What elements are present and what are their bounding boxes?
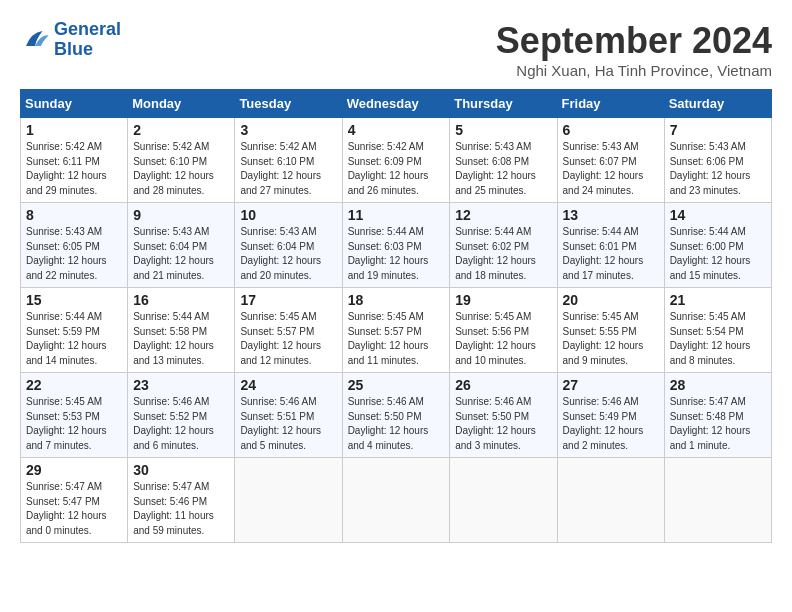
calendar-cell [342, 458, 450, 543]
header-saturday: Saturday [664, 90, 771, 118]
day-number: 5 [455, 122, 551, 138]
calendar-cell: 19 Sunrise: 5:45 AM Sunset: 5:56 PM Dayl… [450, 288, 557, 373]
calendar-cell: 20 Sunrise: 5:45 AM Sunset: 5:55 PM Dayl… [557, 288, 664, 373]
day-info: Sunrise: 5:42 AM Sunset: 6:09 PM Dayligh… [348, 140, 445, 198]
day-number: 14 [670, 207, 766, 223]
header-sunday: Sunday [21, 90, 128, 118]
day-number: 25 [348, 377, 445, 393]
day-info: Sunrise: 5:46 AM Sunset: 5:49 PM Dayligh… [563, 395, 659, 453]
day-number: 13 [563, 207, 659, 223]
day-info: Sunrise: 5:42 AM Sunset: 6:10 PM Dayligh… [133, 140, 229, 198]
calendar-cell [450, 458, 557, 543]
calendar-cell: 25 Sunrise: 5:46 AM Sunset: 5:50 PM Dayl… [342, 373, 450, 458]
header-wednesday: Wednesday [342, 90, 450, 118]
calendar-header-row: Sunday Monday Tuesday Wednesday Thursday… [21, 90, 772, 118]
day-info: Sunrise: 5:46 AM Sunset: 5:50 PM Dayligh… [455, 395, 551, 453]
day-number: 3 [240, 122, 336, 138]
calendar-cell: 5 Sunrise: 5:43 AM Sunset: 6:08 PM Dayli… [450, 118, 557, 203]
day-number: 6 [563, 122, 659, 138]
day-info: Sunrise: 5:44 AM Sunset: 6:02 PM Dayligh… [455, 225, 551, 283]
calendar-cell: 8 Sunrise: 5:43 AM Sunset: 6:05 PM Dayli… [21, 203, 128, 288]
day-info: Sunrise: 5:42 AM Sunset: 6:10 PM Dayligh… [240, 140, 336, 198]
day-info: Sunrise: 5:43 AM Sunset: 6:04 PM Dayligh… [133, 225, 229, 283]
calendar-cell [557, 458, 664, 543]
calendar-cell: 28 Sunrise: 5:47 AM Sunset: 5:48 PM Dayl… [664, 373, 771, 458]
calendar-week-row: 15 Sunrise: 5:44 AM Sunset: 5:59 PM Dayl… [21, 288, 772, 373]
calendar-cell: 29 Sunrise: 5:47 AM Sunset: 5:47 PM Dayl… [21, 458, 128, 543]
header-friday: Friday [557, 90, 664, 118]
day-number: 29 [26, 462, 122, 478]
calendar-week-row: 29 Sunrise: 5:47 AM Sunset: 5:47 PM Dayl… [21, 458, 772, 543]
day-info: Sunrise: 5:47 AM Sunset: 5:48 PM Dayligh… [670, 395, 766, 453]
day-number: 21 [670, 292, 766, 308]
calendar-table: Sunday Monday Tuesday Wednesday Thursday… [20, 89, 772, 543]
calendar-week-row: 22 Sunrise: 5:45 AM Sunset: 5:53 PM Dayl… [21, 373, 772, 458]
day-number: 20 [563, 292, 659, 308]
header-thursday: Thursday [450, 90, 557, 118]
day-number: 18 [348, 292, 445, 308]
day-number: 8 [26, 207, 122, 223]
calendar-cell: 13 Sunrise: 5:44 AM Sunset: 6:01 PM Dayl… [557, 203, 664, 288]
day-info: Sunrise: 5:43 AM Sunset: 6:06 PM Dayligh… [670, 140, 766, 198]
calendar-cell [235, 458, 342, 543]
calendar-cell: 23 Sunrise: 5:46 AM Sunset: 5:52 PM Dayl… [128, 373, 235, 458]
calendar-cell: 15 Sunrise: 5:44 AM Sunset: 5:59 PM Dayl… [21, 288, 128, 373]
calendar-cell [664, 458, 771, 543]
logo: General Blue [20, 20, 121, 60]
day-number: 17 [240, 292, 336, 308]
header-tuesday: Tuesday [235, 90, 342, 118]
calendar-cell: 6 Sunrise: 5:43 AM Sunset: 6:07 PM Dayli… [557, 118, 664, 203]
calendar-cell: 26 Sunrise: 5:46 AM Sunset: 5:50 PM Dayl… [450, 373, 557, 458]
day-number: 22 [26, 377, 122, 393]
location: Nghi Xuan, Ha Tinh Province, Vietnam [496, 62, 772, 79]
day-info: Sunrise: 5:44 AM Sunset: 6:03 PM Dayligh… [348, 225, 445, 283]
month-title: September 2024 [496, 20, 772, 62]
calendar-cell: 21 Sunrise: 5:45 AM Sunset: 5:54 PM Dayl… [664, 288, 771, 373]
day-number: 28 [670, 377, 766, 393]
calendar-cell: 22 Sunrise: 5:45 AM Sunset: 5:53 PM Dayl… [21, 373, 128, 458]
day-info: Sunrise: 5:46 AM Sunset: 5:51 PM Dayligh… [240, 395, 336, 453]
day-info: Sunrise: 5:45 AM Sunset: 5:53 PM Dayligh… [26, 395, 122, 453]
day-number: 4 [348, 122, 445, 138]
calendar-cell: 2 Sunrise: 5:42 AM Sunset: 6:10 PM Dayli… [128, 118, 235, 203]
day-number: 26 [455, 377, 551, 393]
day-number: 9 [133, 207, 229, 223]
day-info: Sunrise: 5:44 AM Sunset: 6:00 PM Dayligh… [670, 225, 766, 283]
calendar-cell: 11 Sunrise: 5:44 AM Sunset: 6:03 PM Dayl… [342, 203, 450, 288]
calendar-cell: 3 Sunrise: 5:42 AM Sunset: 6:10 PM Dayli… [235, 118, 342, 203]
calendar-cell: 10 Sunrise: 5:43 AM Sunset: 6:04 PM Dayl… [235, 203, 342, 288]
calendar-cell: 4 Sunrise: 5:42 AM Sunset: 6:09 PM Dayli… [342, 118, 450, 203]
day-number: 1 [26, 122, 122, 138]
day-number: 2 [133, 122, 229, 138]
calendar-cell: 18 Sunrise: 5:45 AM Sunset: 5:57 PM Dayl… [342, 288, 450, 373]
day-number: 23 [133, 377, 229, 393]
title-section: September 2024 Nghi Xuan, Ha Tinh Provin… [496, 20, 772, 79]
day-info: Sunrise: 5:45 AM Sunset: 5:54 PM Dayligh… [670, 310, 766, 368]
day-number: 30 [133, 462, 229, 478]
day-info: Sunrise: 5:43 AM Sunset: 6:05 PM Dayligh… [26, 225, 122, 283]
day-info: Sunrise: 5:47 AM Sunset: 5:46 PM Dayligh… [133, 480, 229, 538]
day-number: 12 [455, 207, 551, 223]
day-info: Sunrise: 5:45 AM Sunset: 5:56 PM Dayligh… [455, 310, 551, 368]
header-monday: Monday [128, 90, 235, 118]
day-info: Sunrise: 5:45 AM Sunset: 5:57 PM Dayligh… [348, 310, 445, 368]
day-info: Sunrise: 5:43 AM Sunset: 6:04 PM Dayligh… [240, 225, 336, 283]
calendar-cell: 30 Sunrise: 5:47 AM Sunset: 5:46 PM Dayl… [128, 458, 235, 543]
day-info: Sunrise: 5:44 AM Sunset: 5:58 PM Dayligh… [133, 310, 229, 368]
logo-text: General Blue [54, 20, 121, 60]
day-info: Sunrise: 5:45 AM Sunset: 5:57 PM Dayligh… [240, 310, 336, 368]
day-number: 7 [670, 122, 766, 138]
day-info: Sunrise: 5:46 AM Sunset: 5:52 PM Dayligh… [133, 395, 229, 453]
day-info: Sunrise: 5:42 AM Sunset: 6:11 PM Dayligh… [26, 140, 122, 198]
day-number: 10 [240, 207, 336, 223]
day-number: 19 [455, 292, 551, 308]
day-info: Sunrise: 5:43 AM Sunset: 6:07 PM Dayligh… [563, 140, 659, 198]
calendar-cell: 1 Sunrise: 5:42 AM Sunset: 6:11 PM Dayli… [21, 118, 128, 203]
calendar-cell: 12 Sunrise: 5:44 AM Sunset: 6:02 PM Dayl… [450, 203, 557, 288]
day-number: 24 [240, 377, 336, 393]
day-number: 16 [133, 292, 229, 308]
day-number: 15 [26, 292, 122, 308]
day-info: Sunrise: 5:43 AM Sunset: 6:08 PM Dayligh… [455, 140, 551, 198]
calendar-cell: 17 Sunrise: 5:45 AM Sunset: 5:57 PM Dayl… [235, 288, 342, 373]
day-number: 11 [348, 207, 445, 223]
